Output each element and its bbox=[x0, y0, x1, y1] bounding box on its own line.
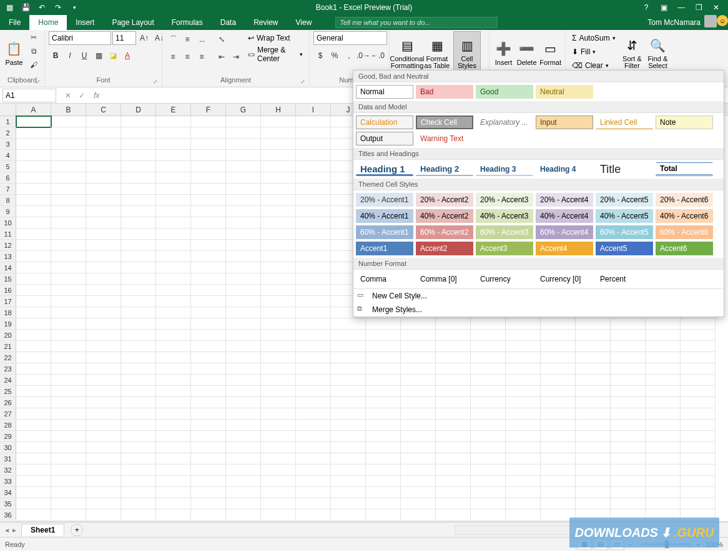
style-40-accent5[interactable]: 40% - Accent5 bbox=[596, 209, 653, 223]
cell-C9[interactable] bbox=[86, 206, 121, 217]
cell-F19[interactable] bbox=[191, 318, 226, 330]
cell-R34[interactable] bbox=[611, 487, 646, 498]
cell-B31[interactable] bbox=[51, 453, 86, 464]
cell-I8[interactable] bbox=[296, 195, 331, 206]
style-neutral[interactable]: Neutral bbox=[536, 85, 593, 99]
undo-button[interactable]: ↶ bbox=[35, 1, 49, 14]
cell-E32[interactable] bbox=[156, 464, 191, 476]
style-20-accent6[interactable]: 20% - Accent6 bbox=[656, 193, 713, 207]
cell-E33[interactable] bbox=[156, 476, 191, 487]
cell-D22[interactable] bbox=[121, 352, 156, 363]
cell-C11[interactable] bbox=[86, 228, 121, 240]
cell-J33[interactable] bbox=[331, 476, 366, 487]
cell-D8[interactable] bbox=[121, 195, 156, 206]
restore-button[interactable]: ❐ bbox=[691, 1, 707, 14]
cell-K28[interactable] bbox=[366, 420, 401, 431]
style-20-accent4[interactable]: 20% - Accent4 bbox=[536, 193, 593, 207]
cell-F33[interactable] bbox=[191, 476, 226, 487]
cell-A34[interactable] bbox=[16, 487, 51, 498]
cell-C5[interactable] bbox=[86, 161, 121, 172]
style-40-accent1[interactable]: 40% - Accent1 bbox=[356, 209, 413, 223]
cell-L23[interactable] bbox=[401, 363, 436, 375]
cell-C27[interactable] bbox=[86, 408, 121, 420]
style-heading-4[interactable]: Heading 4 bbox=[536, 162, 593, 176]
style-60-accent1[interactable]: 60% - Accent1 bbox=[356, 225, 413, 239]
cell-J26[interactable] bbox=[331, 397, 366, 408]
cell-G10[interactable] bbox=[226, 217, 261, 228]
style-60-accent3[interactable]: 60% - Accent3 bbox=[476, 225, 533, 239]
cell-F21[interactable] bbox=[191, 341, 226, 352]
cell-E12[interactable] bbox=[156, 240, 191, 251]
cell-M27[interactable] bbox=[436, 408, 471, 420]
row-header-2[interactable]: 2 bbox=[0, 127, 16, 139]
cell-P35[interactable] bbox=[541, 498, 576, 509]
cell-K24[interactable] bbox=[366, 375, 401, 386]
cell-D28[interactable] bbox=[121, 420, 156, 431]
cell-O23[interactable] bbox=[506, 363, 541, 375]
cell-B26[interactable] bbox=[51, 397, 86, 408]
style-heading-3[interactable]: Heading 3 bbox=[476, 162, 533, 176]
style-heading-2[interactable]: Heading 2 bbox=[416, 162, 473, 176]
cell-E25[interactable] bbox=[156, 386, 191, 397]
row-header-23[interactable]: 23 bbox=[0, 363, 16, 375]
cell-A13[interactable] bbox=[16, 251, 51, 262]
cell-H4[interactable] bbox=[261, 150, 296, 161]
cell-G7[interactable] bbox=[226, 184, 261, 195]
cell-H21[interactable] bbox=[261, 341, 296, 352]
paste-button[interactable]: 📋 Paste bbox=[4, 31, 24, 75]
cell-S25[interactable] bbox=[646, 386, 681, 397]
cell-N19[interactable] bbox=[471, 318, 506, 330]
cell-A14[interactable] bbox=[16, 262, 51, 273]
tell-me-input[interactable] bbox=[335, 17, 498, 28]
cell-F4[interactable] bbox=[191, 150, 226, 161]
cell-F14[interactable] bbox=[191, 262, 226, 273]
cell-G16[interactable] bbox=[226, 285, 261, 296]
row-header-14[interactable]: 14 bbox=[0, 262, 16, 273]
cell-G21[interactable] bbox=[226, 341, 261, 352]
sort-filter-button[interactable]: ⇵Sort & Filter bbox=[621, 31, 644, 75]
style-explanatory[interactable]: Explanatory ... bbox=[476, 115, 533, 129]
column-header-A[interactable]: A bbox=[16, 104, 51, 116]
cell-C25[interactable] bbox=[86, 386, 121, 397]
borders-button[interactable]: ▦ bbox=[92, 49, 106, 62]
style-40-accent6[interactable]: 40% - Accent6 bbox=[656, 209, 713, 223]
cell-A26[interactable] bbox=[16, 397, 51, 408]
align-bottom-button[interactable]: ⎵ bbox=[195, 32, 209, 46]
cell-A29[interactable] bbox=[16, 431, 51, 442]
user-name[interactable]: Tom McNamara bbox=[639, 15, 704, 30]
cancel-formula-button[interactable]: ✕ bbox=[62, 89, 74, 102]
minimize-button[interactable]: — bbox=[673, 1, 689, 14]
select-all-corner[interactable] bbox=[0, 104, 16, 116]
cell-Q20[interactable] bbox=[576, 330, 611, 341]
style-check-cell[interactable]: Check Cell bbox=[416, 115, 473, 129]
cell-I4[interactable] bbox=[296, 150, 331, 161]
cell-G28[interactable] bbox=[226, 420, 261, 431]
tab-view[interactable]: View bbox=[287, 15, 321, 30]
cell-B6[interactable] bbox=[51, 172, 86, 184]
wrap-text-button[interactable]: ↩Wrap Text bbox=[245, 31, 305, 45]
cell-K19[interactable] bbox=[366, 318, 401, 330]
cell-G26[interactable] bbox=[226, 397, 261, 408]
cell-B23[interactable] bbox=[51, 363, 86, 375]
cell-D15[interactable] bbox=[121, 273, 156, 285]
cell-P20[interactable] bbox=[541, 330, 576, 341]
row-header-22[interactable]: 22 bbox=[0, 352, 16, 363]
cell-P19[interactable] bbox=[541, 318, 576, 330]
cell-G20[interactable] bbox=[226, 330, 261, 341]
cell-L32[interactable] bbox=[401, 464, 436, 476]
cell-E26[interactable] bbox=[156, 397, 191, 408]
cell-G12[interactable] bbox=[226, 240, 261, 251]
column-header-I[interactable]: I bbox=[296, 104, 331, 116]
cell-N27[interactable] bbox=[471, 408, 506, 420]
cell-A27[interactable] bbox=[16, 408, 51, 420]
cell-P33[interactable] bbox=[541, 476, 576, 487]
cell-H22[interactable] bbox=[261, 352, 296, 363]
cell-H19[interactable] bbox=[261, 318, 296, 330]
cell-F1[interactable] bbox=[191, 116, 226, 127]
row-header-26[interactable]: 26 bbox=[0, 397, 16, 408]
cell-B11[interactable] bbox=[51, 228, 86, 240]
cell-N33[interactable] bbox=[471, 476, 506, 487]
cell-H8[interactable] bbox=[261, 195, 296, 206]
row-header-4[interactable]: 4 bbox=[0, 150, 16, 161]
cell-H17[interactable] bbox=[261, 296, 296, 307]
